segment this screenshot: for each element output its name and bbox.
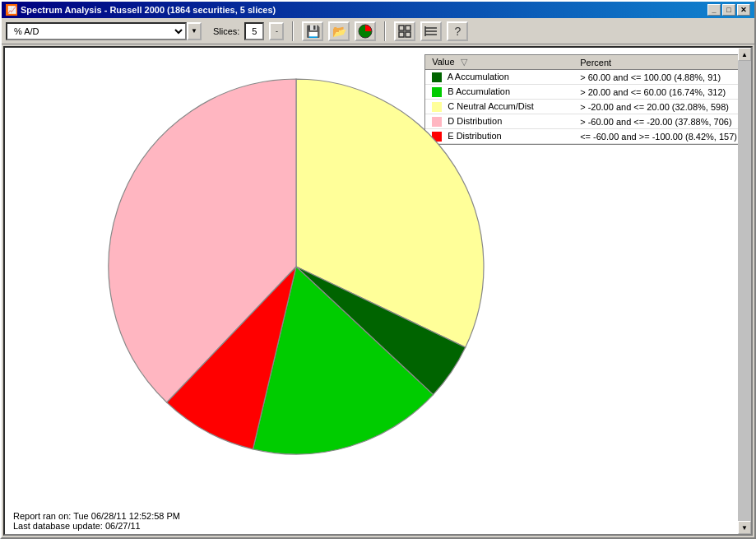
scroll-track (738, 61, 751, 521)
svg-rect-3 (399, 32, 404, 37)
scrollbar: ▲ ▼ (738, 48, 751, 534)
grid-button[interactable] (394, 21, 415, 41)
save-button[interactable]: 💾 (302, 21, 323, 41)
title-bar-buttons: _ □ ✕ (707, 4, 750, 16)
separator-2 (384, 21, 386, 41)
legend-range-cell: > 20.00 and <= 60.00 (16.74%, 312) (573, 85, 744, 100)
app-icon: 📈 (6, 4, 17, 16)
list-button[interactable] (420, 21, 442, 41)
slices-minus-button[interactable]: - (269, 22, 284, 40)
title-bar: 📈 Spectrum Analysis - Russell 2000 (1864… (2, 2, 754, 18)
scroll-up-button[interactable]: ▲ (738, 48, 751, 61)
legend-range-cell: > 60.00 and <= 100.00 (4.88%, 91) (573, 70, 744, 85)
grid-icon (398, 25, 411, 38)
slices-input[interactable] (244, 22, 264, 40)
minimize-button[interactable]: _ (707, 4, 721, 16)
separator-1 (292, 21, 294, 41)
legend-percent-header: Percent (573, 55, 744, 70)
close-button[interactable]: ✕ (737, 4, 750, 16)
svg-rect-4 (406, 32, 410, 37)
dropdown-container: % A/D ▼ (6, 22, 202, 40)
indicator-dropdown[interactable]: % A/D (6, 22, 187, 40)
main-window: 📈 Spectrum Analysis - Russell 2000 (1864… (0, 0, 756, 539)
svg-rect-1 (399, 26, 404, 30)
slices-label: Slices: (213, 26, 239, 36)
legend-range-cell: > -20.00 and <= 20.00 (32.08%, 598) (573, 100, 744, 114)
pie-chart-icon (358, 24, 373, 39)
pie-button[interactable] (355, 21, 376, 41)
svg-rect-2 (406, 26, 410, 30)
report-ran-label: Report ran on: Tue 06/28/11 12:52:58 PM (13, 511, 730, 521)
help-button[interactable]: ? (447, 21, 468, 41)
scroll-down-button[interactable]: ▼ (738, 521, 751, 534)
toolbar: % A/D ▼ Slices: - 💾 📂 (2, 18, 754, 44)
list-icon (424, 25, 438, 38)
title-bar-left: 📈 Spectrum Analysis - Russell 2000 (1864… (6, 4, 276, 16)
chart-area (5, 48, 587, 485)
legend-range-cell: <= -60.00 and >= -100.00 (8.42%, 157) (573, 129, 744, 144)
dropdown-arrow[interactable]: ▼ (187, 22, 202, 40)
footer: Report ran on: Tue 06/28/11 12:52:58 PM … (5, 508, 738, 534)
maximize-button[interactable]: □ (722, 4, 735, 16)
window-title: Spectrum Analysis - Russell 2000 (1864 s… (21, 5, 276, 15)
pie-chart-svg (99, 69, 494, 464)
main-content: Value ▽ Percent A Accumulation > 60.00 a… (3, 46, 753, 536)
legend-range-cell: > -60.00 and <= -20.00 (37.88%, 706) (573, 114, 744, 129)
open-button[interactable]: 📂 (328, 21, 350, 41)
last-update-label: Last database update: 06/27/11 (13, 521, 730, 531)
